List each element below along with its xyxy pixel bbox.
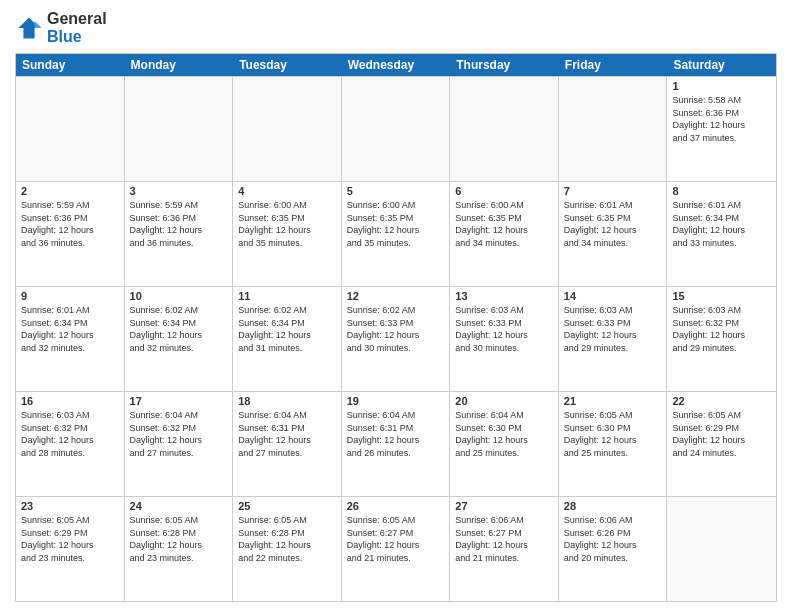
- day-number: 6: [455, 185, 553, 197]
- calendar-cell: 1Sunrise: 5:58 AM Sunset: 6:36 PM Daylig…: [667, 77, 776, 181]
- calendar-cell: [559, 77, 668, 181]
- day-info: Sunrise: 6:04 AM Sunset: 6:32 PM Dayligh…: [130, 409, 228, 459]
- day-number: 17: [130, 395, 228, 407]
- day-info: Sunrise: 6:01 AM Sunset: 6:34 PM Dayligh…: [672, 199, 771, 249]
- calendar-cell: 7Sunrise: 6:01 AM Sunset: 6:35 PM Daylig…: [559, 182, 668, 286]
- calendar-cell: 10Sunrise: 6:02 AM Sunset: 6:34 PM Dayli…: [125, 287, 234, 391]
- day-number: 3: [130, 185, 228, 197]
- calendar-cell: 21Sunrise: 6:05 AM Sunset: 6:30 PM Dayli…: [559, 392, 668, 496]
- calendar-header-cell: Wednesday: [342, 54, 451, 76]
- calendar-cell: 11Sunrise: 6:02 AM Sunset: 6:34 PM Dayli…: [233, 287, 342, 391]
- calendar-cell: 6Sunrise: 6:00 AM Sunset: 6:35 PM Daylig…: [450, 182, 559, 286]
- calendar-header-cell: Thursday: [450, 54, 559, 76]
- calendar-cell: 25Sunrise: 6:05 AM Sunset: 6:28 PM Dayli…: [233, 497, 342, 601]
- calendar-cell: [233, 77, 342, 181]
- day-info: Sunrise: 5:59 AM Sunset: 6:36 PM Dayligh…: [21, 199, 119, 249]
- day-number: 16: [21, 395, 119, 407]
- logo: General Blue: [15, 10, 107, 45]
- day-number: 21: [564, 395, 662, 407]
- day-info: Sunrise: 6:00 AM Sunset: 6:35 PM Dayligh…: [455, 199, 553, 249]
- calendar-cell: 8Sunrise: 6:01 AM Sunset: 6:34 PM Daylig…: [667, 182, 776, 286]
- day-number: 23: [21, 500, 119, 512]
- page: General Blue SundayMondayTuesdayWednesda…: [0, 0, 792, 612]
- calendar-row: 2Sunrise: 5:59 AM Sunset: 6:36 PM Daylig…: [16, 181, 776, 286]
- svg-marker-1: [35, 21, 42, 28]
- calendar-cell: 18Sunrise: 6:04 AM Sunset: 6:31 PM Dayli…: [233, 392, 342, 496]
- day-number: 10: [130, 290, 228, 302]
- day-number: 20: [455, 395, 553, 407]
- day-info: Sunrise: 6:02 AM Sunset: 6:34 PM Dayligh…: [130, 304, 228, 354]
- calendar-cell: 12Sunrise: 6:02 AM Sunset: 6:33 PM Dayli…: [342, 287, 451, 391]
- calendar-cell: 28Sunrise: 6:06 AM Sunset: 6:26 PM Dayli…: [559, 497, 668, 601]
- day-number: 8: [672, 185, 771, 197]
- day-number: 1: [672, 80, 771, 92]
- day-number: 7: [564, 185, 662, 197]
- day-number: 24: [130, 500, 228, 512]
- calendar: SundayMondayTuesdayWednesdayThursdayFrid…: [15, 53, 777, 602]
- day-info: Sunrise: 6:05 AM Sunset: 6:30 PM Dayligh…: [564, 409, 662, 459]
- calendar-cell: 19Sunrise: 6:04 AM Sunset: 6:31 PM Dayli…: [342, 392, 451, 496]
- day-info: Sunrise: 6:05 AM Sunset: 6:29 PM Dayligh…: [21, 514, 119, 564]
- calendar-row: 16Sunrise: 6:03 AM Sunset: 6:32 PM Dayli…: [16, 391, 776, 496]
- day-info: Sunrise: 6:00 AM Sunset: 6:35 PM Dayligh…: [238, 199, 336, 249]
- day-info: Sunrise: 6:02 AM Sunset: 6:34 PM Dayligh…: [238, 304, 336, 354]
- calendar-cell: 4Sunrise: 6:00 AM Sunset: 6:35 PM Daylig…: [233, 182, 342, 286]
- calendar-cell: [16, 77, 125, 181]
- logo-icon: [15, 14, 43, 42]
- day-info: Sunrise: 6:01 AM Sunset: 6:34 PM Dayligh…: [21, 304, 119, 354]
- day-info: Sunrise: 6:03 AM Sunset: 6:32 PM Dayligh…: [672, 304, 771, 354]
- day-number: 15: [672, 290, 771, 302]
- calendar-cell: [342, 77, 451, 181]
- day-info: Sunrise: 5:58 AM Sunset: 6:36 PM Dayligh…: [672, 94, 771, 144]
- calendar-cell: 2Sunrise: 5:59 AM Sunset: 6:36 PM Daylig…: [16, 182, 125, 286]
- day-number: 5: [347, 185, 445, 197]
- calendar-header-cell: Sunday: [16, 54, 125, 76]
- calendar-cell: 16Sunrise: 6:03 AM Sunset: 6:32 PM Dayli…: [16, 392, 125, 496]
- day-number: 18: [238, 395, 336, 407]
- day-info: Sunrise: 6:05 AM Sunset: 6:27 PM Dayligh…: [347, 514, 445, 564]
- calendar-header-row: SundayMondayTuesdayWednesdayThursdayFrid…: [16, 54, 776, 76]
- day-info: Sunrise: 6:04 AM Sunset: 6:30 PM Dayligh…: [455, 409, 553, 459]
- day-info: Sunrise: 5:59 AM Sunset: 6:36 PM Dayligh…: [130, 199, 228, 249]
- day-info: Sunrise: 6:05 AM Sunset: 6:28 PM Dayligh…: [130, 514, 228, 564]
- calendar-cell: 5Sunrise: 6:00 AM Sunset: 6:35 PM Daylig…: [342, 182, 451, 286]
- calendar-row: 1Sunrise: 5:58 AM Sunset: 6:36 PM Daylig…: [16, 76, 776, 181]
- calendar-cell: 20Sunrise: 6:04 AM Sunset: 6:30 PM Dayli…: [450, 392, 559, 496]
- calendar-header-cell: Saturday: [667, 54, 776, 76]
- calendar-header-cell: Monday: [125, 54, 234, 76]
- day-number: 2: [21, 185, 119, 197]
- day-number: 13: [455, 290, 553, 302]
- day-info: Sunrise: 6:04 AM Sunset: 6:31 PM Dayligh…: [238, 409, 336, 459]
- calendar-header-cell: Tuesday: [233, 54, 342, 76]
- calendar-header-cell: Friday: [559, 54, 668, 76]
- day-number: 26: [347, 500, 445, 512]
- day-info: Sunrise: 6:03 AM Sunset: 6:33 PM Dayligh…: [564, 304, 662, 354]
- calendar-cell: 27Sunrise: 6:06 AM Sunset: 6:27 PM Dayli…: [450, 497, 559, 601]
- calendar-cell: [125, 77, 234, 181]
- day-info: Sunrise: 6:03 AM Sunset: 6:33 PM Dayligh…: [455, 304, 553, 354]
- header: General Blue: [15, 10, 777, 45]
- day-info: Sunrise: 6:06 AM Sunset: 6:26 PM Dayligh…: [564, 514, 662, 564]
- calendar-cell: 3Sunrise: 5:59 AM Sunset: 6:36 PM Daylig…: [125, 182, 234, 286]
- day-number: 12: [347, 290, 445, 302]
- day-number: 11: [238, 290, 336, 302]
- calendar-cell: 26Sunrise: 6:05 AM Sunset: 6:27 PM Dayli…: [342, 497, 451, 601]
- calendar-cell: 24Sunrise: 6:05 AM Sunset: 6:28 PM Dayli…: [125, 497, 234, 601]
- calendar-cell: 17Sunrise: 6:04 AM Sunset: 6:32 PM Dayli…: [125, 392, 234, 496]
- calendar-cell: [450, 77, 559, 181]
- calendar-row: 23Sunrise: 6:05 AM Sunset: 6:29 PM Dayli…: [16, 496, 776, 601]
- day-info: Sunrise: 6:03 AM Sunset: 6:32 PM Dayligh…: [21, 409, 119, 459]
- day-info: Sunrise: 6:02 AM Sunset: 6:33 PM Dayligh…: [347, 304, 445, 354]
- day-number: 28: [564, 500, 662, 512]
- day-number: 25: [238, 500, 336, 512]
- day-info: Sunrise: 6:00 AM Sunset: 6:35 PM Dayligh…: [347, 199, 445, 249]
- calendar-body: 1Sunrise: 5:58 AM Sunset: 6:36 PM Daylig…: [16, 76, 776, 601]
- day-info: Sunrise: 6:06 AM Sunset: 6:27 PM Dayligh…: [455, 514, 553, 564]
- day-number: 9: [21, 290, 119, 302]
- day-number: 4: [238, 185, 336, 197]
- calendar-cell: 23Sunrise: 6:05 AM Sunset: 6:29 PM Dayli…: [16, 497, 125, 601]
- calendar-cell: 15Sunrise: 6:03 AM Sunset: 6:32 PM Dayli…: [667, 287, 776, 391]
- day-number: 27: [455, 500, 553, 512]
- calendar-cell: 9Sunrise: 6:01 AM Sunset: 6:34 PM Daylig…: [16, 287, 125, 391]
- day-info: Sunrise: 6:01 AM Sunset: 6:35 PM Dayligh…: [564, 199, 662, 249]
